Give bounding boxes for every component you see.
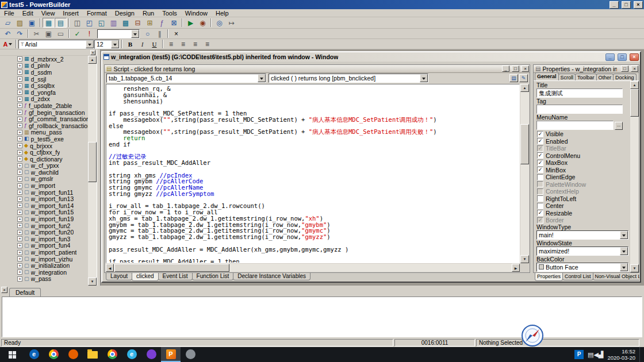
menu-view[interactable]: View [37,9,59,17]
restore-button[interactable]: □ [618,53,627,61]
tab-non-visual-object-list[interactable]: Non-Visual Object List [593,273,639,280]
tree-scrollbar[interactable]: ▲ ▼ [88,56,97,286]
tab-general[interactable]: General [535,72,559,80]
redo-icon[interactable]: ↷ [14,29,26,38]
property-controlmenu[interactable]: ✓ControlMenu [536,152,630,160]
paste-statement-icon[interactable]: ✎ [519,74,528,82]
property-enabled[interactable]: ✓Enabled [536,138,630,145]
scroll-thumb[interactable] [630,89,639,117]
checkbox[interactable] [537,174,543,180]
tree-item-d_zdxx[interactable]: +▦d_zdxx [0,96,88,103]
browse-button[interactable]: ... [615,122,623,130]
tab-scroll[interactable]: Scroll [558,74,576,80]
tree-item-w_cf_ypxx[interactable]: +▢w_cf_ypxx [0,163,88,170]
maximize-button[interactable]: □ [621,66,628,72]
tree-item-w_integration[interactable]: +▢w_integration [0,269,88,276]
taskbar-app-media-app[interactable] [141,347,161,362]
scroll-down-icon[interactable]: ▼ [520,255,529,263]
property-resizable[interactable]: ✓Resizable [536,210,630,217]
expand-icon[interactable]: + [17,103,22,108]
tree-item-d_mzbrxx_2[interactable]: +▦d_mzbrxx_2 [0,56,88,63]
tree-item-f_update_2table[interactable]: +ƒf_update_2table [0,102,88,109]
tab-toolbar[interactable]: Toolbar [575,74,597,80]
chevron-down-icon[interactable] [620,247,628,255]
tree-item-w_import_fun2[interactable]: +▢w_import_fun2 [0,222,88,229]
tab-other[interactable]: Other [596,74,614,80]
italic-button[interactable]: I [136,39,148,49]
scroll-thumb[interactable] [114,264,229,272]
menu-run[interactable]: Run [139,9,158,17]
chevron-down-icon[interactable] [131,30,139,38]
tab-default[interactable]: Default [9,288,41,296]
tree-item-w_import_fun3[interactable]: +▢w_import_fun3 [0,236,88,242]
property-maxbox[interactable]: ✓MaxBox [536,159,630,167]
tree-item-d_yongfa[interactable]: +▦d_yongfa [0,89,88,96]
tree-item-d_ssjl[interactable]: +▦d_ssjl [0,76,88,83]
expand-icon[interactable]: + [17,230,22,235]
property-righttoleft[interactable]: RightToLeft [536,195,630,203]
expand-icon[interactable]: + [17,110,22,115]
tree-item-p_test5_exe[interactable]: +◧p_test5_exe [0,136,88,143]
expand-icon[interactable]: + [17,97,22,102]
tree-item-w_import_fun14[interactable]: +▢w_import_fun14 [0,202,88,209]
tab-event-list[interactable]: Event List [158,273,193,280]
code-vertical-scrollbar[interactable]: ▲ ▼ [520,84,529,263]
script-title-bar[interactable]: ▤ Script - clicked for returns long _ □ … [105,65,530,73]
expand-icon[interactable]: + [17,117,22,122]
scroll-up-icon[interactable]: ▲ [630,81,639,89]
chevron-down-icon[interactable] [620,263,628,271]
compile-icon[interactable]: ✓ [71,29,83,38]
paste-sql-icon[interactable]: ▤ [509,74,518,82]
delete-icon[interactable]: × [170,29,182,38]
minimize-button[interactable]: _ [502,66,509,72]
tree-item-d_ssqlbx[interactable]: +▦d_ssqlbx [0,82,88,89]
scroll-right-icon[interactable]: ▶ [512,264,520,272]
menu-file[interactable]: File [0,9,18,17]
backcolor-dropdown[interactable]: Button Face [536,263,628,272]
maximize-button[interactable]: □ [512,66,519,72]
tree-item-d_pinlv[interactable]: +▦d_pinlv [0,63,88,70]
menu-window[interactable]: Window [181,9,212,17]
function-icon[interactable]: ƒ [156,18,168,28]
error-icon[interactable]: ! [83,29,95,38]
property-minbox[interactable]: ✓MinBox [536,167,630,174]
checkbox[interactable]: ✓ [537,210,543,216]
comment-icon[interactable]: ∥ [154,29,166,38]
tray-app-icon[interactable]: P [574,350,584,359]
windowstate-dropdown[interactable]: maximized! [536,247,628,256]
expand-icon[interactable]: + [17,136,22,141]
tree-item-w_import[interactable]: +▢w_import [0,182,88,189]
close-button[interactable]: × [630,53,639,61]
new-icon[interactable]: ▱ [2,18,14,28]
tree-item-w_import_fun20[interactable]: +▢w_import_fun20 [0,229,88,236]
tab-properties[interactable]: Properties [535,273,563,281]
search-icon[interactable]: ○ [141,29,154,38]
menu-icon[interactable]: ▥ [108,18,120,28]
properties-title-bar[interactable]: ▤ Properties - w_integration inherited f… [534,65,639,73]
expand-icon[interactable]: + [17,143,22,148]
tab-declare-instance-variables[interactable]: Declare Instance Variables [233,273,310,280]
tree-item-menu_pass[interactable]: +▥menu_pass [0,129,88,136]
text-color-button[interactable]: A [2,39,14,49]
layout-combo[interactable] [97,29,140,38]
checkbox[interactable]: ✓ [537,131,543,137]
tree-item-w_dwchild[interactable]: +▢w_dwchild [0,169,88,176]
checkbox[interactable]: ✓ [537,160,543,166]
chevron-down-icon[interactable] [258,74,266,82]
tab-control-list[interactable]: Control List [562,273,593,280]
scroll-left-icon[interactable]: ◀ [106,264,114,272]
object-dropdown[interactable]: tab_1.tabpage_5.cb_14 [106,74,266,83]
expand-icon[interactable]: + [17,223,22,228]
tree-item-w_import_fun15[interactable]: +▢w_import_fun15 [0,209,88,216]
tree-item-w_import_fun19[interactable]: +▢w_import_fun19 [0,215,88,222]
expand-icon[interactable]: + [17,276,22,282]
save-icon[interactable]: ▣ [26,18,38,28]
structure-icon[interactable]: ⊠ [168,18,180,28]
close-icon[interactable]: × [1,287,7,293]
scroll-down-icon[interactable]: ▼ [88,278,97,286]
property-clientedge[interactable]: ClientEdge [536,174,630,181]
title-input[interactable]: 集成测试 [536,88,623,98]
chevron-down-icon[interactable] [420,74,428,82]
checkbox[interactable] [537,195,543,202]
property-center[interactable]: Center [536,202,630,210]
